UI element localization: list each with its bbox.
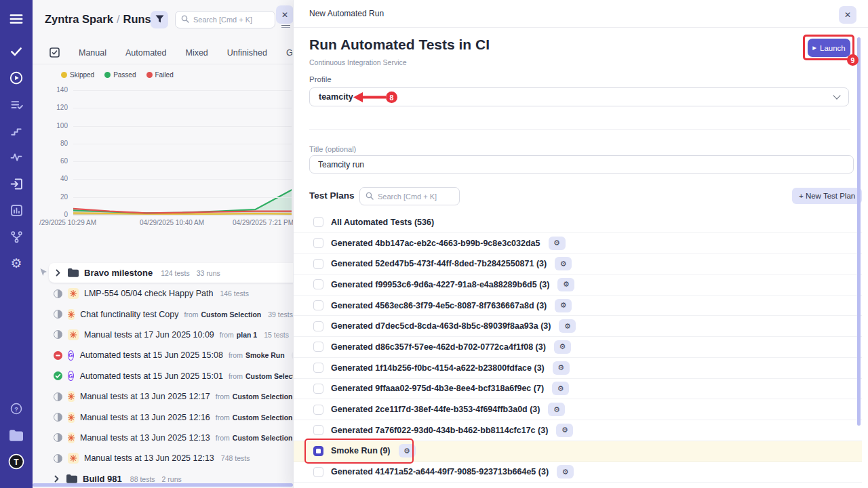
sidebar: ⚙ ? T bbox=[0, 0, 33, 488]
checkbox[interactable] bbox=[313, 321, 323, 331]
gear-button[interactable]: ⚙ bbox=[548, 403, 565, 416]
test-plan-row-all-automated-tests[interactable]: All Automated Tests (536) bbox=[294, 212, 862, 233]
tab-manual[interactable]: Manual bbox=[79, 48, 106, 58]
gear-button[interactable]: ⚙ bbox=[552, 382, 569, 395]
checkbox[interactable] bbox=[313, 467, 323, 477]
annotation-badge-9: 9 bbox=[847, 54, 859, 66]
check-icon[interactable] bbox=[8, 43, 24, 60]
tabs-divider bbox=[33, 64, 293, 64]
checkbox[interactable] bbox=[313, 342, 323, 352]
checkbox[interactable] bbox=[313, 238, 323, 248]
avatar[interactable]: T bbox=[8, 453, 24, 470]
checkbox-checked[interactable] bbox=[313, 446, 323, 456]
checkbox[interactable] bbox=[313, 300, 323, 310]
test-plan-row-generated-2ce11f7d-38ef-44fe-b353-4f694ffb3a0d[interactable]: Generated 2ce11f7d-38ef-44fe-b353-4f694f… bbox=[294, 399, 862, 420]
gear-button[interactable]: ⚙ bbox=[559, 319, 576, 333]
search-icon bbox=[181, 14, 189, 26]
select-all-icon[interactable] bbox=[50, 47, 60, 58]
test-plan-row-generated-7a76f022-93d0-434b-b462-bb8114cfc17c[interactable]: Generated 7a76f022-93d0-434b-b462-bb8114… bbox=[294, 420, 862, 441]
milestone-card[interactable]: Bravo milestone124 tests33 runs bbox=[49, 263, 298, 283]
from-value: Custom Selection bbox=[201, 310, 262, 319]
y-tick-label: 140 bbox=[37, 86, 68, 94]
gear-button[interactable]: ⚙ bbox=[557, 465, 574, 479]
run-row[interactable]: LMP-554 05/04 check Happy Path146 tests bbox=[33, 283, 293, 304]
run-row[interactable]: Manual tests at 13 Jun 2025 12:17fromCus… bbox=[33, 386, 293, 407]
test-plan-row-generated-1f14b256-f0bc-4154-a622-b23800fdface[interactable]: Generated 1f14b256-f0bc-4154-a622-b23800… bbox=[294, 358, 862, 379]
tab-unfinished[interactable]: Unfinished bbox=[227, 48, 267, 58]
test-plans-search[interactable] bbox=[359, 187, 460, 205]
chevron-right-icon[interactable] bbox=[55, 269, 62, 277]
tab-automated[interactable]: Automated bbox=[125, 48, 166, 58]
folder-nav-icon[interactable] bbox=[8, 427, 24, 443]
status-half-icon bbox=[54, 413, 62, 422]
launch-button[interactable]: ▶ Launch bbox=[808, 39, 850, 57]
legend-failed: Failed bbox=[146, 71, 174, 79]
gear-button[interactable]: ⚙ bbox=[555, 257, 572, 270]
checkbox[interactable] bbox=[313, 363, 323, 373]
run-row[interactable]: Manual tests at 13 Jun 2025 12:13748 tes… bbox=[33, 448, 293, 468]
app-root: ⚙ ? T Zyntra Spark/Runs ✕ bbox=[0, 0, 868, 488]
gear-button[interactable]: ⚙ bbox=[553, 361, 570, 375]
gear-button[interactable]: ⚙ bbox=[556, 424, 573, 437]
test-plans-search-input[interactable] bbox=[378, 192, 454, 201]
test-plan-row-generated-9ffaaa02-975d-4b3e-8ee4-bcf318a6f9ec[interactable]: Generated 9ffaaa02-975d-4b3e-8ee4-bcf318… bbox=[294, 379, 862, 400]
checkbox[interactable] bbox=[313, 259, 323, 269]
gear-button[interactable]: ⚙ bbox=[549, 237, 566, 250]
panel-close-button[interactable]: ✕ bbox=[276, 5, 294, 24]
bar-chart-icon[interactable] bbox=[8, 202, 24, 218]
run-row[interactable]: Chat functinality test CopyfromCustom Se… bbox=[33, 304, 293, 324]
test-plan-row-generated-f99953c6-9d6a-4227-91a8-e4a88289b6d5[interactable]: Generated f99953c6-9d6a-4227-91a8-e4a882… bbox=[294, 274, 862, 296]
menu-icon[interactable] bbox=[8, 11, 24, 27]
vertical-scrollbar[interactable] bbox=[857, 37, 861, 426]
list-check-icon[interactable] bbox=[8, 96, 24, 113]
sign-in-icon[interactable] bbox=[8, 176, 24, 192]
test-plan-row-generated-4bb147ac-eb2c-4663-b99b-9c8e3c032da5[interactable]: Generated 4bb147ac-eb2c-4663-b99b-9c8e3c… bbox=[294, 233, 862, 254]
run-title: LMP-554 05/04 check Happy Path bbox=[84, 289, 213, 298]
test-plan-label: Smoke Run (9) bbox=[331, 446, 391, 455]
new-test-plan-button[interactable]: + New Test Plan bbox=[792, 188, 862, 204]
run-row[interactable]: Manual tests at 13 Jun 2025 12:13fromCus… bbox=[33, 428, 293, 448]
gear-button[interactable]: ⚙ bbox=[557, 278, 574, 291]
checkbox[interactable] bbox=[313, 217, 323, 227]
test-plan-row-generated-d7dec5cd-8cda-463d-8b5c-89039f8aa93a[interactable]: Generated d7dec5cd-8cda-463d-8b5c-89039f… bbox=[294, 316, 862, 337]
drawer-close-button[interactable]: ✕ bbox=[839, 6, 856, 24]
checkbox[interactable] bbox=[313, 405, 323, 415]
test-plan-row-generated-41471a52-a644-49f7-9085-923713b664e5[interactable]: Generated 41471a52-a644-49f7-9085-923713… bbox=[294, 462, 862, 483]
test-plan-label: Generated 4563ec86-3f79-4e5c-8087-8f7636… bbox=[331, 301, 547, 310]
checkbox[interactable] bbox=[313, 425, 323, 435]
search-icon bbox=[366, 190, 374, 203]
gear-button[interactable]: ⚙ bbox=[399, 444, 416, 458]
legend-label: Passed bbox=[113, 71, 136, 79]
run-title: Automated tests at 15 Jun 2025 15:01 bbox=[80, 371, 223, 381]
filter-button[interactable] bbox=[151, 11, 168, 28]
run-row[interactable]: Manual tests at 17 Jun 2025 10:09frompla… bbox=[33, 325, 293, 345]
title-field[interactable] bbox=[309, 155, 854, 174]
test-plan-row-generated-52ed47b5-473f-44ff-8ded-7b2842550871[interactable]: Generated 52ed47b5-473f-44ff-8ded-7b2842… bbox=[294, 253, 862, 274]
branch-icon[interactable] bbox=[8, 228, 24, 245]
checkbox[interactable] bbox=[313, 384, 323, 394]
y-tick-label: 40 bbox=[37, 175, 68, 182]
test-plan-row-generated-d86c357f-57ee-462d-b702-0772ca4f1f08[interactable]: Generated d86c357f-57ee-462d-b702-0772ca… bbox=[294, 337, 862, 358]
test-plan-row-generated-4563ec86-3f79-4e5c-8087-8f7636667a8d[interactable]: Generated 4563ec86-3f79-4e5c-8087-8f7636… bbox=[294, 296, 862, 317]
run-row[interactable]: Manual tests at 13 Jun 2025 12:16fromCus… bbox=[33, 407, 293, 427]
gear-button[interactable]: ⚙ bbox=[554, 340, 571, 354]
runs-panel: Zyntra Spark/Runs ✕ ManualAutomatedMixed… bbox=[33, 0, 293, 488]
manual-run-icon bbox=[68, 391, 75, 402]
help-icon[interactable]: ? bbox=[8, 401, 24, 417]
steps-icon[interactable] bbox=[8, 123, 24, 139]
horizontal-scrollbar[interactable] bbox=[33, 483, 293, 487]
gear-button[interactable]: ⚙ bbox=[555, 299, 572, 312]
test-plan-row-smoke-run[interactable]: Smoke Run (9)⚙ bbox=[294, 441, 862, 462]
run-row[interactable]: GAutomated tests at 15 Jun 2025 15:01fro… bbox=[33, 366, 293, 386]
checkbox[interactable] bbox=[313, 279, 323, 289]
gear-icon[interactable]: ⚙ bbox=[8, 255, 24, 271]
manual-run-icon bbox=[68, 453, 79, 464]
run-group-row[interactable]: Bravo milestone124 tests33 runs bbox=[33, 263, 293, 283]
runs-search[interactable] bbox=[175, 11, 275, 28]
runs-search-input[interactable] bbox=[193, 16, 269, 24]
chevron-right-icon[interactable] bbox=[54, 475, 60, 483]
tab-mixed[interactable]: Mixed bbox=[185, 48, 208, 58]
activity-icon[interactable] bbox=[8, 149, 24, 165]
play-circle-icon[interactable] bbox=[8, 70, 24, 86]
run-row[interactable]: GAutomated tests at 15 Jun 2025 15:08fro… bbox=[33, 345, 293, 365]
